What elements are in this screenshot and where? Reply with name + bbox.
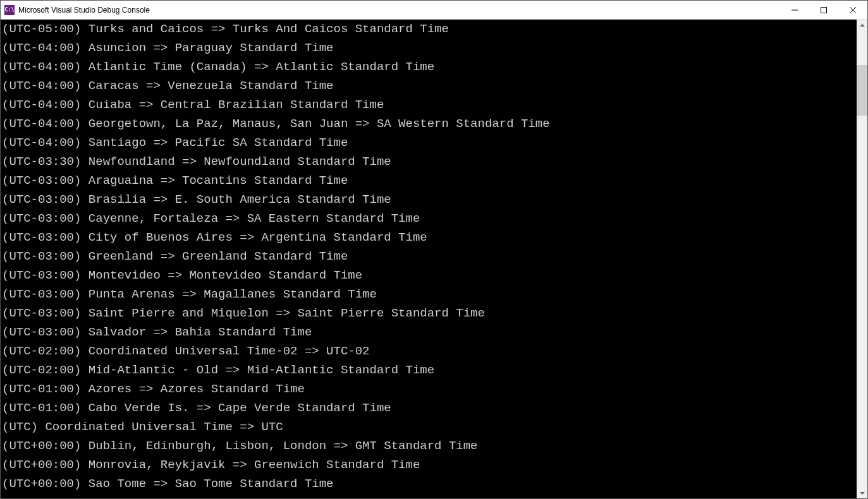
console-line: (UTC-04:00) Cuiaba => Central Brazilian … (2, 95, 857, 114)
console-line: (UTC-03:00) Punta Arenas => Magallanes S… (2, 285, 857, 304)
scroll-track[interactable] (857, 30, 867, 488)
window-title: Microsoft Visual Studio Debug Console (18, 6, 780, 15)
chevron-up-icon (860, 24, 865, 27)
console-line: (UTC-02:00) Coordinated Universal Time-0… (2, 342, 857, 361)
scroll-down-arrow[interactable] (857, 488, 867, 498)
maximize-icon (821, 7, 827, 13)
console-line: (UTC-03:00) City of Buenos Aires => Arge… (2, 228, 857, 247)
console-line: (UTC) Coordinated Universal Time => UTC (2, 418, 857, 436)
svg-rect-1 (821, 7, 827, 13)
minimize-button[interactable] (780, 1, 809, 19)
chevron-down-icon (860, 492, 865, 495)
console-line: (UTC-01:00) Azores => Azores Standard Ti… (2, 380, 857, 399)
maximize-button[interactable] (809, 1, 838, 19)
console-line: (UTC-03:00) Cayenne, Fortaleza => SA Eas… (2, 209, 857, 228)
console-line: (UTC+00:00) Monrovia, Reykjavik => Green… (2, 455, 857, 474)
console-line: (UTC-05:00) Turks and Caicos => Turks An… (2, 20, 857, 39)
console-line: (UTC-03:00) Araguaina => Tocantins Stand… (2, 171, 857, 190)
console-output[interactable]: (UTC-05:00) Turks and Caicos => Turks An… (1, 20, 857, 498)
console-line: (UTC-04:00) Asuncion => Paraguay Standar… (2, 39, 857, 57)
console-line: (UTC-04:00) Caracas => Venezuela Standar… (2, 76, 857, 95)
console-line: (UTC-02:00) Mid-Atlantic - Old => Mid-At… (2, 361, 857, 380)
console-line: (UTC-03:00) Brasilia => E. South America… (2, 190, 857, 209)
console-line: (UTC-03:00) Saint Pierre and Miquelon =>… (2, 304, 857, 323)
console-line: (UTC-03:00) Montevideo => Montevideo Sta… (2, 266, 857, 285)
console-line: (UTC-03:00) Greenland => Greenland Stand… (2, 247, 857, 266)
console-line: (UTC-04:00) Santiago => Pacific SA Stand… (2, 133, 857, 152)
scroll-up-arrow[interactable] (857, 20, 867, 30)
console-line: (UTC-03:00) Salvador => Bahia Standard T… (2, 323, 857, 342)
vertical-scrollbar[interactable] (857, 20, 867, 498)
console-line: (UTC-03:30) Newfoundland => Newfoundland… (2, 152, 857, 171)
close-button[interactable] (838, 1, 867, 19)
app-icon: C:\ (4, 5, 15, 15)
console-line: (UTC-04:00) Atlantic Time (Canada) => At… (2, 57, 857, 76)
window-controls (780, 1, 867, 19)
console-line: (UTC+00:00) Dublin, Edinburgh, Lisbon, L… (2, 436, 857, 455)
minimize-icon (792, 7, 798, 13)
console-line: (UTC+00:00) Sao Tome => Sao Tome Standar… (2, 474, 857, 493)
console-line: (UTC-04:00) Georgetown, La Paz, Manaus, … (2, 114, 857, 133)
close-icon (850, 7, 856, 13)
window-titlebar: C:\ Microsoft Visual Studio Debug Consol… (1, 1, 867, 20)
console-area: (UTC-05:00) Turks and Caicos => Turks An… (1, 20, 867, 498)
console-line: (UTC-01:00) Cabo Verde Is. => Cape Verde… (2, 399, 857, 418)
scroll-thumb[interactable] (857, 65, 867, 116)
